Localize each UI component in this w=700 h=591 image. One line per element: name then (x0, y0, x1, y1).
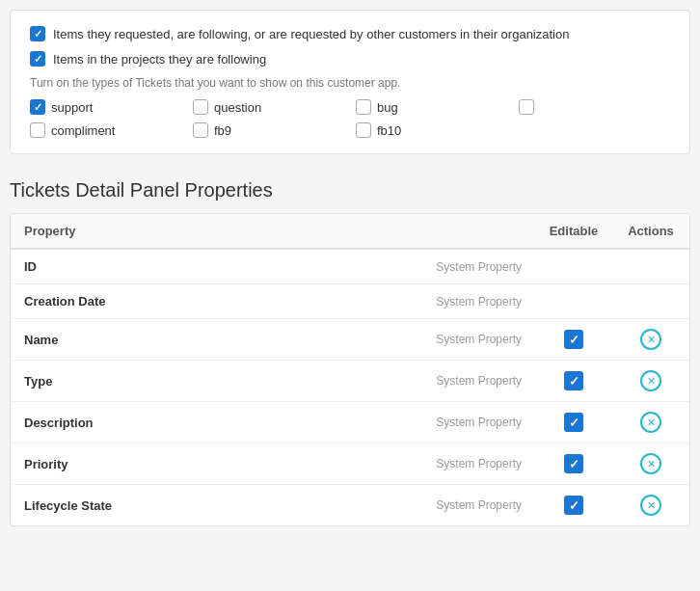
editable-name (535, 319, 612, 361)
fb10-label: fb10 (377, 123, 401, 138)
property-creation-date: Creation Date (11, 284, 276, 319)
checkbox-editable-lifecycle-state[interactable] (564, 496, 583, 515)
checkbox-items-following[interactable] (30, 26, 45, 41)
checkbox-empty[interactable] (519, 99, 534, 115)
remove-lifecycle-state-button[interactable] (640, 495, 661, 516)
system-property-name: System Property (276, 319, 535, 361)
actions-creation-date (612, 284, 689, 319)
checkbox-editable-priority[interactable] (564, 454, 583, 473)
checkbox-compliment[interactable] (30, 122, 45, 138)
checkbox2-label: Items in the projects they are following (53, 52, 266, 67)
section-title: Tickets Detail Panel Properties (0, 164, 700, 213)
question-label: question (214, 100, 261, 115)
ticket-type-compliment: compliment (30, 122, 181, 138)
top-section: Items they requested, are following, or … (10, 10, 690, 154)
system-property-lifecycle-state: System Property (276, 485, 535, 526)
checkbox-fb10[interactable] (356, 122, 371, 138)
system-property-creation-date: System Property (276, 284, 535, 319)
checkbox-support[interactable] (30, 99, 45, 115)
ticket-type-empty (519, 99, 670, 115)
property-type: Type (11, 361, 276, 402)
table-row: Name System Property (11, 319, 689, 361)
ticket-type-support: support (30, 99, 181, 115)
editable-priority (535, 443, 612, 485)
checkbox-row-2: Items in the projects they are following (30, 51, 670, 67)
ticket-type-fb9: fb9 (193, 122, 344, 138)
table-header-row: Property Editable Actions (11, 214, 689, 249)
property-description: Description (11, 402, 276, 443)
remove-type-button[interactable] (640, 370, 661, 391)
checkbox-editable-description[interactable] (564, 413, 583, 432)
checkbox-projects-following[interactable] (30, 51, 45, 67)
system-property-priority: System Property (276, 443, 535, 485)
actions-description (612, 402, 689, 443)
ticket-type-question: question (193, 99, 344, 115)
hint-text: Turn on the types of Tickets that you wa… (30, 76, 670, 90)
remove-name-button[interactable] (640, 329, 661, 350)
table-row: Type System Property (11, 361, 689, 402)
col-header-property: Property (11, 214, 276, 249)
remove-description-button[interactable] (640, 412, 661, 433)
editable-type (535, 361, 612, 402)
checkbox-editable-name[interactable] (564, 330, 583, 349)
editable-description (535, 402, 612, 443)
ticket-type-bug: bug (356, 99, 507, 115)
table-row: Description System Property (11, 402, 689, 443)
table-row: Lifecycle State System Property (11, 485, 689, 526)
fb9-label: fb9 (214, 123, 231, 138)
actions-id (612, 249, 689, 284)
ticket-types-grid: support question bug compliment fb9 fb10 (30, 99, 670, 138)
bug-label: bug (377, 100, 398, 115)
ticket-type-fb10: fb10 (356, 122, 507, 138)
editable-id (535, 249, 612, 284)
actions-priority (612, 443, 689, 485)
checkbox-fb9[interactable] (193, 122, 208, 138)
col-header-editable: Editable (535, 214, 612, 249)
actions-name (612, 319, 689, 361)
property-priority: Priority (11, 443, 276, 485)
table-row: Priority System Property (11, 443, 689, 485)
property-id: ID (11, 249, 276, 284)
detail-panel-table-section: Property Editable Actions ID System Prop… (10, 213, 690, 526)
col-header-spacer (276, 214, 535, 249)
property-lifecycle-state: Lifecycle State (11, 485, 276, 526)
col-header-actions: Actions (612, 214, 689, 249)
editable-lifecycle-state (535, 485, 612, 526)
property-name: Name (11, 319, 276, 361)
editable-creation-date (535, 284, 612, 319)
table-row: ID System Property (11, 249, 689, 284)
checkbox-question[interactable] (193, 99, 208, 115)
remove-priority-button[interactable] (640, 453, 661, 474)
actions-lifecycle-state (612, 485, 689, 526)
checkbox-row-1: Items they requested, are following, or … (30, 26, 670, 41)
detail-panel-table: Property Editable Actions ID System Prop… (11, 214, 689, 525)
table-row: Creation Date System Property (11, 284, 689, 319)
system-property-type: System Property (276, 361, 535, 402)
system-property-id: System Property (276, 249, 535, 284)
support-label: support (51, 100, 93, 115)
checkbox1-label: Items they requested, are following, or … (53, 27, 569, 41)
checkbox-editable-type[interactable] (564, 371, 583, 390)
checkbox-bug[interactable] (356, 99, 371, 115)
system-property-description: System Property (276, 402, 535, 443)
compliment-label: compliment (51, 123, 115, 138)
actions-type (612, 361, 689, 402)
